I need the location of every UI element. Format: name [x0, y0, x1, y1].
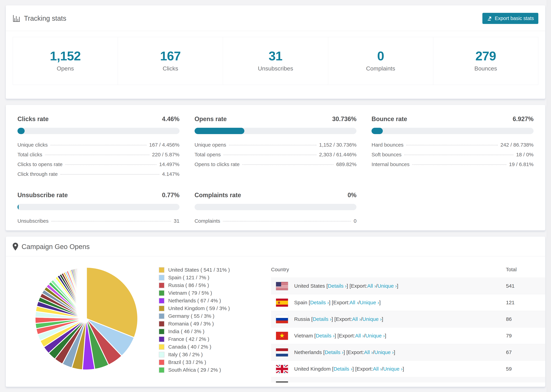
export-prefix: Export:: [348, 350, 364, 355]
stat-label: Unsubscribes: [223, 65, 328, 72]
rate-row-value: 14.497%: [159, 161, 179, 167]
rate-row-value: 18 / 0%: [516, 152, 534, 158]
country-cell-inner: Russia [Details ›] [Export: All › / Uniq…: [271, 315, 506, 323]
country-cell: Germany [Details ›] [Export: All › / Uni…: [271, 377, 506, 383]
export-unique-link[interactable]: Unique ›: [374, 350, 394, 355]
rate-row-leader: [60, 174, 159, 175]
legend-swatch: [159, 321, 164, 327]
geo-title-wrap: Campaign Geo Opens: [13, 243, 90, 251]
rate-title: Bounce rate: [372, 115, 407, 123]
legend-swatch: [159, 306, 164, 311]
details-link[interactable]: Details ›: [328, 283, 347, 289]
rate-row-value: 220 / 5.87%: [152, 152, 179, 158]
export-basic-stats-button[interactable]: Export basic stats: [482, 13, 538, 24]
rate-row-leader: [45, 155, 149, 155]
rate-progress-fill: [17, 204, 19, 210]
country-cell-inner: Vietnam [Details ›] [Export: All › / Uni…: [271, 332, 506, 340]
stat-tile: 31Unsubscribes: [223, 37, 328, 85]
rate-row: Opens to clicks rate689.82%: [195, 161, 357, 171]
details-link[interactable]: Details ›: [313, 316, 332, 322]
legend-label: Brazil ( 33 / 2% ): [168, 359, 206, 365]
bracket: [: [307, 300, 310, 305]
rate-row-leader: [224, 155, 316, 155]
stat-tile: 1,152Opens: [13, 37, 118, 85]
rate-row-value: 4.147%: [162, 171, 179, 177]
rate-progress-track: [195, 128, 357, 134]
country-cell: Vietnam [Details ›] [Export: All › / Uni…: [271, 328, 506, 344]
pie-slice: [86, 267, 86, 319]
rate-row-leader: [412, 164, 506, 165]
separator: /: [373, 350, 374, 355]
stat-value: 167: [118, 49, 223, 63]
export-all-link[interactable]: All ›: [373, 366, 382, 372]
bracket: ]: [379, 300, 381, 305]
details-link[interactable]: Details ›: [316, 333, 335, 339]
bracket: ] [: [352, 366, 357, 372]
details-link[interactable]: Details ›: [325, 350, 343, 355]
rate-section: Opens rate30.736%Unique opens1,152 / 30.…: [195, 115, 357, 181]
pie-legend: United States ( 541 / 31% )Spain ( 121 /…: [159, 256, 271, 382]
export-all-link[interactable]: All ›: [367, 283, 376, 289]
table-row: United Kingdom [Details ›] [Export: All …: [271, 361, 545, 377]
export-all-link[interactable]: All ›: [352, 316, 361, 322]
rate-row-label: Unique clicks: [17, 142, 48, 148]
rate-progress-fill: [372, 128, 383, 134]
rate-row-leader: [50, 145, 147, 145]
details-link[interactable]: Details ›: [310, 300, 329, 305]
table-row: Spain [Details ›] [Export: All › / Uniqu…: [271, 294, 545, 311]
es-flag-icon: [276, 299, 288, 307]
legend-item: France ( 42 / 2% ): [159, 336, 271, 342]
geo-table-box: Country Total United States [Details ›] …: [271, 256, 545, 382]
export-unique-link[interactable]: Unique ›: [383, 366, 403, 372]
legend-item: South Africa ( 29 / 2% ): [159, 367, 271, 373]
legend-label: Italy ( 36 / 2% ): [168, 352, 203, 357]
legend-item: Netherlands ( 67 / 4% ): [159, 298, 271, 304]
rate-row-value: 689.82%: [336, 161, 356, 167]
pie-box: [6, 256, 148, 382]
legend-swatch: [159, 329, 164, 334]
legend-swatch: [159, 313, 164, 319]
details-link[interactable]: Details ›: [333, 366, 352, 372]
country-cell: United Kingdom [Details ›] [Export: All …: [271, 361, 506, 377]
rate-row-label: Click through rate: [17, 171, 58, 177]
rate-row-label: Opens to clicks rate: [195, 161, 240, 167]
table-row: United States [Details ›] [Export: All ›…: [271, 278, 545, 294]
rate-row: Complaints0: [195, 218, 357, 228]
rate-percent: 6.927%: [513, 115, 534, 123]
bracket: [: [313, 333, 316, 339]
legend-label: Vietnam ( 79 / 5% ): [168, 290, 212, 296]
export-unique-link[interactable]: Unique ›: [362, 316, 381, 322]
stat-tile: 279Bounces: [433, 37, 538, 85]
country-cell: Netherlands [Details ›] [Export: All › /…: [271, 344, 506, 361]
export-unique-link[interactable]: Unique ›: [360, 300, 379, 305]
rate-row-label: Internal bounces: [372, 161, 410, 167]
separator: /: [376, 283, 377, 289]
bracket: [: [331, 366, 333, 372]
export-all-link[interactable]: All ›: [350, 300, 359, 305]
rate-head: Bounce rate6.927%: [372, 115, 534, 123]
legend-swatch: [159, 359, 164, 365]
export-unique-link[interactable]: Unique ›: [377, 283, 397, 289]
country-name: Vietnam: [294, 333, 313, 339]
rate-title: Complaints rate: [195, 192, 241, 199]
legend-label: India ( 46 / 3% ): [168, 329, 205, 334]
rate-percent: 30.736%: [332, 115, 356, 123]
page-scrollbar-track[interactable]: [547, 0, 551, 392]
separator: /: [364, 333, 365, 339]
rate-section: Clicks rate4.46%Unique clicks167 / 4.456…: [17, 115, 179, 181]
export-unique-link[interactable]: Unique ›: [365, 333, 385, 339]
rate-progress-fill: [195, 128, 244, 134]
legend-label: France ( 42 / 2% ): [168, 336, 209, 342]
geo-table-header-row: Country Total: [271, 263, 545, 278]
export-all-link[interactable]: All ›: [355, 333, 364, 339]
legend-swatch: [159, 283, 164, 288]
stat-label: Clicks: [118, 65, 223, 72]
country-name: United Kingdom: [294, 366, 331, 372]
export-all-link[interactable]: All ›: [364, 350, 373, 355]
tracking-stats-card: Tracking stats Export basic stats 1,152O…: [6, 5, 545, 99]
rate-rows: Unique clicks167 / 4.456%Total clicks220…: [17, 142, 179, 181]
de-flag-icon: [276, 382, 288, 382]
rate-head: Unsubscribe rate0.77%: [17, 192, 179, 199]
rate-row-label: Total clicks: [17, 152, 42, 158]
rate-progress-track: [17, 128, 179, 134]
